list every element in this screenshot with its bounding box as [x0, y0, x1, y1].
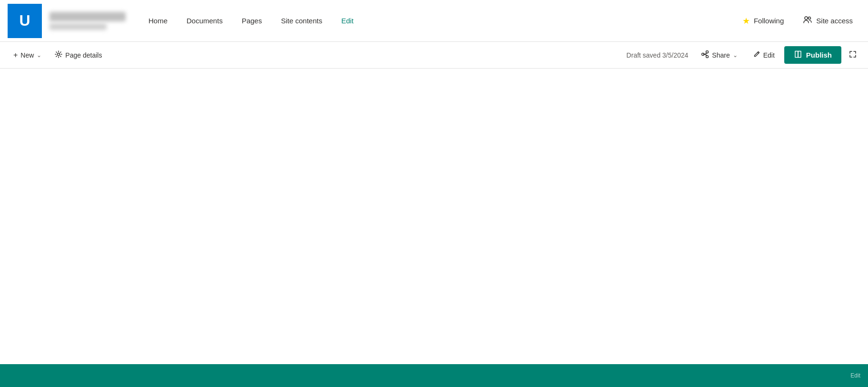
site-title-area	[49, 12, 126, 30]
book-icon	[794, 50, 802, 60]
publish-button[interactable]: Publish	[784, 46, 841, 64]
new-button[interactable]: + New ⌄	[8, 48, 47, 62]
toolbar-left: + New ⌄ Page details	[8, 48, 624, 62]
edit-label: Edit	[763, 51, 775, 59]
nav-links: Home Documents Pages Site contents Edit	[141, 13, 735, 29]
site-access-label: Site access	[816, 17, 853, 25]
toolbar: + New ⌄ Page details Draft saved 3/5/202…	[0, 42, 868, 69]
main-content	[0, 69, 868, 364]
plus-icon: +	[13, 51, 18, 60]
footer-text: Edit	[850, 372, 860, 379]
logo-letter: U	[19, 12, 30, 30]
star-icon: ★	[742, 16, 750, 26]
share-icon	[701, 50, 709, 60]
svg-point-3	[702, 53, 704, 56]
new-label: New	[20, 51, 34, 59]
nav-site-contents[interactable]: Site contents	[273, 13, 330, 29]
following-label: Following	[754, 17, 784, 25]
chevron-down-icon: ⌄	[37, 52, 41, 59]
share-label: Share	[712, 51, 730, 59]
svg-point-0	[805, 17, 808, 20]
expand-button[interactable]	[845, 48, 860, 63]
nav-edit[interactable]: Edit	[334, 13, 361, 29]
footer: Edit	[0, 364, 868, 387]
pencil-icon	[753, 50, 760, 60]
site-title-blurred	[49, 12, 126, 21]
page-details-label: Page details	[65, 51, 102, 59]
svg-point-2	[58, 53, 60, 56]
site-logo[interactable]: U	[8, 4, 42, 38]
toolbar-right: Draft saved 3/5/2024 Share ⌄ Edit	[626, 46, 860, 64]
nav-home[interactable]: Home	[141, 13, 175, 29]
expand-icon	[849, 50, 857, 60]
share-button[interactable]: Share ⌄	[696, 48, 743, 62]
svg-point-1	[809, 17, 811, 20]
share-chevron-icon: ⌄	[733, 52, 738, 59]
edit-button[interactable]: Edit	[747, 48, 780, 62]
draft-saved-status: Draft saved 3/5/2024	[626, 51, 688, 59]
top-navigation: U Home Documents Pages Site contents Edi…	[0, 0, 868, 42]
nav-pages[interactable]: Pages	[234, 13, 270, 29]
people-icon	[803, 15, 812, 27]
following-button[interactable]: ★ Following	[735, 12, 791, 30]
page-details-button[interactable]: Page details	[49, 48, 108, 62]
site-subtitle-blurred	[49, 23, 107, 30]
nav-documents[interactable]: Documents	[179, 13, 230, 29]
gear-icon	[55, 50, 62, 60]
nav-right-area: ★ Following Site access	[735, 11, 860, 30]
site-access-button[interactable]: Site access	[795, 11, 860, 30]
publish-label: Publish	[806, 51, 832, 59]
